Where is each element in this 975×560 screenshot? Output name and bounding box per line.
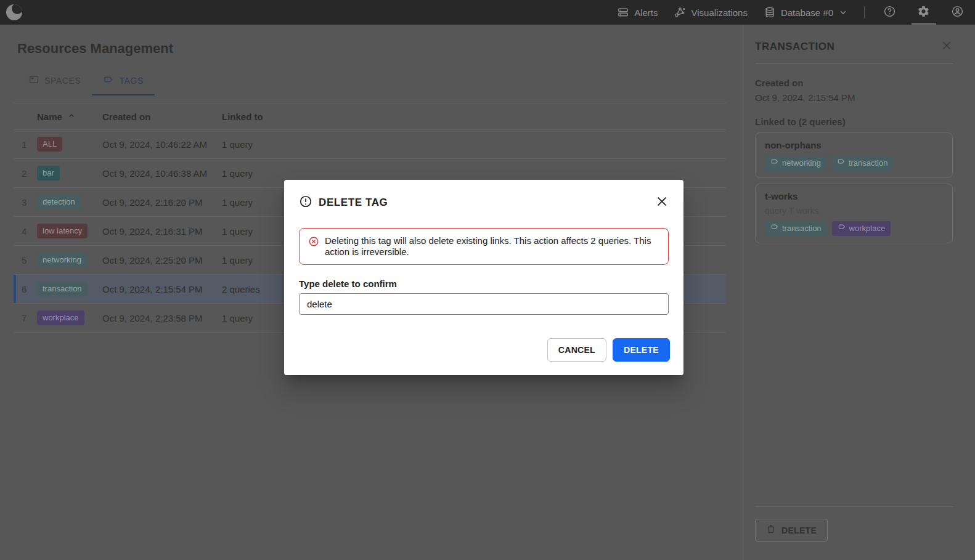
delete-button[interactable]: DELETE	[613, 338, 670, 362]
created-cell: Oct 9, 2024, 10:46:22 AM	[102, 139, 222, 150]
window-icon	[28, 74, 39, 87]
panel-close-button[interactable]	[940, 39, 953, 54]
tag-pill: workplace	[37, 310, 84, 325]
row-index: 1	[14, 139, 37, 150]
created-cell: Oct 9, 2024, 2:15:54 PM	[102, 284, 222, 294]
query-tag-chip: transaction	[765, 221, 827, 236]
tag-icon	[103, 74, 114, 87]
table-header-row: Name Created on Linked to	[14, 103, 726, 130]
chevron-down-icon	[838, 7, 848, 17]
row-index: 5	[14, 255, 37, 266]
settings-button[interactable]	[915, 0, 932, 25]
panel-divider	[755, 63, 953, 64]
top-navbar: Alerts Visualizations Datab	[0, 0, 975, 25]
created-on-label: Created on	[755, 78, 953, 88]
created-cell: Oct 9, 2024, 2:25:20 PM	[102, 255, 222, 266]
table-row[interactable]: 1 ALL Oct 9, 2024, 10:46:22 AM 1 query	[14, 130, 726, 159]
created-cell: Oct 9, 2024, 2:16:20 PM	[102, 197, 222, 208]
tag-pill: bar	[37, 166, 60, 181]
tab-tags-label: TAGS	[119, 76, 143, 86]
modal-close-button[interactable]	[654, 193, 670, 212]
cancel-button[interactable]: CANCEL	[547, 338, 606, 362]
column-header-linked: Linked to	[222, 112, 726, 122]
tag-pill: networking	[37, 253, 87, 267]
created-cell: Oct 9, 2024, 10:46:38 AM	[102, 168, 222, 179]
row-index: 3	[14, 197, 37, 208]
panel-delete-label: DELETE	[781, 526, 817, 535]
query-name: non-orphans	[765, 140, 943, 150]
nav-database-label: Database #0	[781, 7, 833, 18]
tag-pill: ALL	[37, 137, 62, 152]
tab-spaces[interactable]: SPACES	[17, 68, 92, 95]
delete-tag-modal: DELETE TAG Deleting this tag will also d…	[284, 180, 683, 375]
person-circle-icon	[951, 5, 964, 20]
created-on-value: Oct 9, 2024, 2:15:54 PM	[755, 92, 953, 103]
nav-database-select[interactable]: Database #0	[764, 0, 848, 25]
linked-cell: 1 query	[222, 168, 726, 179]
row-index: 6	[14, 284, 37, 294]
warning-text: Deleting this tag will also delete exist…	[325, 235, 659, 258]
rows-icon	[617, 6, 629, 18]
tag-icon	[837, 156, 846, 171]
app-logo[interactable]	[6, 4, 22, 20]
help-button[interactable]	[881, 0, 899, 25]
graph-nodes-icon	[674, 6, 686, 18]
tag-pill: detection	[37, 195, 81, 209]
tag-pill: transaction	[37, 282, 88, 296]
query-card: non-orphans networking transaction	[755, 132, 953, 178]
nav-alerts[interactable]: Alerts	[617, 0, 658, 25]
tab-tags[interactable]: TAGS	[92, 68, 154, 95]
navbar-divider	[864, 6, 865, 18]
nav-visualizations-label: Visualizations	[691, 7, 747, 18]
question-circle-icon	[883, 5, 896, 20]
exclamation-circle-icon	[299, 195, 312, 211]
query-card: t-works query T works transaction workpl…	[755, 184, 953, 243]
column-header-name[interactable]: Name	[37, 112, 102, 122]
tag-icon	[770, 156, 779, 171]
modal-title: DELETE TAG	[319, 197, 388, 209]
profile-button[interactable]	[948, 0, 966, 25]
row-index: 2	[14, 168, 37, 179]
close-x-icon	[655, 195, 669, 211]
query-tag-chip: workplace	[832, 221, 891, 236]
panel-title: TRANSACTION	[755, 41, 834, 53]
gear-icon	[917, 5, 930, 20]
tag-pill: low latency	[37, 224, 88, 238]
tag-icon	[770, 221, 779, 236]
chevron-up-icon	[67, 112, 76, 122]
confirm-label: Type delete to confirm	[299, 278, 669, 289]
linked-cell: 1 query	[222, 139, 726, 150]
query-tag-chip: networking	[765, 156, 826, 171]
linked-to-label: Linked to (2 queries)	[755, 116, 953, 127]
row-index: 7	[14, 313, 37, 323]
tab-spaces-label: SPACES	[44, 76, 81, 86]
column-header-created: Created on	[102, 112, 222, 122]
row-index: 4	[14, 226, 37, 237]
query-description: query T works	[765, 206, 943, 216]
resource-tabs: SPACES TAGS	[17, 68, 155, 95]
tag-icon	[838, 221, 846, 236]
warning-alert: Deleting this tag will also delete exist…	[299, 228, 669, 265]
panel-delete-button[interactable]: DELETE	[755, 519, 828, 542]
close-x-icon	[940, 39, 953, 54]
confirm-input[interactable]	[299, 293, 669, 315]
query-tag-chip: transaction	[831, 156, 894, 171]
nav-visualizations[interactable]: Visualizations	[674, 0, 747, 25]
page-title: Resources Management	[17, 41, 173, 57]
error-circle-icon	[308, 236, 319, 258]
created-cell: Oct 9, 2024, 2:23:58 PM	[102, 313, 222, 323]
query-name: t-works	[765, 191, 943, 201]
created-cell: Oct 9, 2024, 2:16:31 PM	[102, 226, 222, 237]
panel-footer-divider	[755, 506, 953, 507]
tag-detail-panel: TRANSACTION Created on Oct 9, 2024, 2:15…	[743, 25, 975, 560]
nav-alerts-label: Alerts	[634, 7, 658, 18]
database-cylinder-icon	[764, 6, 776, 18]
trash-icon	[766, 524, 776, 536]
